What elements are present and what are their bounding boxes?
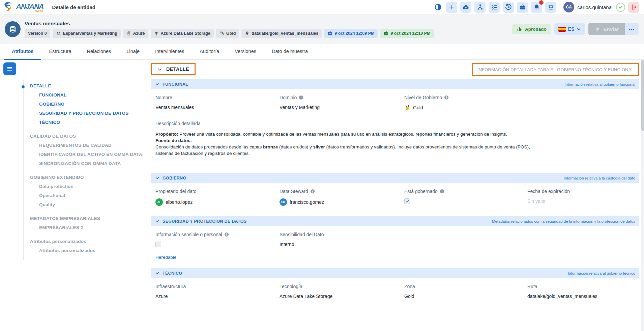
- seguridad-note: Metadatos relacionados con la seguridad …: [492, 219, 635, 223]
- divider: [48, 3, 48, 11]
- heredable-link[interactable]: Heredable: [151, 250, 181, 260]
- checklist-icon: [491, 4, 498, 10]
- sidebar-item-identificador-omma[interactable]: IDENTIFICADOR DEL ACTIVO EN OMMA DATA: [24, 150, 150, 159]
- send-button[interactable]: Enviar: [588, 23, 625, 35]
- upload-button[interactable]: [460, 2, 471, 13]
- sidebar-item-seguridad[interactable]: SEGURIDAD Y PROTECCIÓN DE DATOS: [24, 109, 150, 118]
- sidebar-item-quality[interactable]: Quality: [24, 200, 150, 209]
- funcional-header[interactable]: FUNCIONAL Información relativa al gobier…: [151, 79, 639, 89]
- sidebar-item-funcional[interactable]: FUNCIONAL: [24, 90, 150, 100]
- notification-dot: [539, 0, 544, 5]
- chevron-down-icon: [157, 67, 162, 72]
- info-icon[interactable]: [224, 232, 229, 237]
- anjana-logo-icon: [3, 1, 16, 13]
- add-button[interactable]: [446, 2, 457, 13]
- tecnico-header[interactable]: TÉCNICO Información relativa al gobierno…: [151, 268, 639, 278]
- more-actions-button[interactable]: •••: [625, 23, 639, 35]
- user-menu[interactable]: CA carlos.quintana: [563, 2, 612, 12]
- sidebar-item-sincronizacion-omma[interactable]: SINCRONIZACIÓN CON OMMA DATA: [24, 159, 150, 168]
- tab-dato-de-muestra[interactable]: Dato de muestra: [264, 44, 316, 60]
- notifications-button[interactable]: [531, 2, 542, 13]
- brand-name: ANJANA: [16, 3, 44, 10]
- users-icon: [56, 31, 61, 36]
- tab-atributos[interactable]: Atributos: [4, 44, 41, 60]
- history-button[interactable]: [503, 2, 514, 13]
- history-clock-icon: [505, 4, 512, 11]
- info-icon[interactable]: [440, 189, 444, 194]
- user-avatar: CA: [563, 2, 574, 12]
- workspace-button[interactable]: [517, 2, 528, 13]
- sidebar-item-requerimientos[interactable]: REQUERIMIENTOS DE CALIDAD: [24, 141, 150, 150]
- tab-relaciones[interactable]: Relaciones: [79, 44, 119, 60]
- tab-estructura[interactable]: Estructura: [41, 44, 79, 60]
- chevron-down-icon: [155, 176, 159, 180]
- tab-versiones[interactable]: Versiones: [227, 44, 264, 60]
- sidebar-item-operational[interactable]: Operational: [24, 191, 150, 200]
- page-title: Detalle de entidad: [52, 4, 95, 10]
- field-informacion-sensible: Información sensible o personal: [155, 232, 280, 247]
- modified-date-badge: 9 oct 2024 12:10 PM: [380, 29, 434, 38]
- language-selector[interactable]: ES: [554, 23, 585, 35]
- section-seguridad: SEGURIDAD Y PROTECCIÓN DE DATOS Metadato…: [151, 216, 639, 265]
- scrollbar-thumb[interactable]: [641, 60, 644, 131]
- gobierno-header[interactable]: GOBIERNO Información relativa a la custo…: [151, 173, 639, 183]
- seguridad-header[interactable]: SEGURIDAD Y PROTECCIÓN DE DATOS Metadato…: [151, 216, 639, 226]
- governed-checkbox[interactable]: [404, 198, 410, 204]
- calendar-plus-icon: [327, 31, 332, 36]
- field-data-steward: Data Steward FR francisco.gomez: [280, 189, 404, 206]
- info-icon[interactable]: [310, 189, 315, 194]
- seguridad-title: SEGURIDAD Y PROTECCIÓN DE DATOS: [163, 219, 246, 224]
- sidebar-item-tecnico[interactable]: TÉCNICO: [24, 118, 150, 127]
- tasks-button[interactable]: [489, 2, 500, 13]
- sidebar-item-calidad-de-datos[interactable]: CALIDAD DE DATOS: [24, 132, 150, 141]
- owner-avatar: AL: [155, 198, 163, 206]
- technology-badge: Azure Data Lake Storage: [151, 29, 214, 38]
- logout-button[interactable]: [628, 2, 639, 13]
- info-icon[interactable]: [299, 95, 303, 100]
- infrastructure-badge: Azure: [123, 29, 148, 38]
- anjana-logo[interactable]: ANJANA DATA: [3, 1, 44, 13]
- sidebar-item-metadatos-empresariales[interactable]: METADATOS EMPRESARIALES: [24, 214, 150, 223]
- entity-name: Ventas mensuales: [25, 21, 434, 27]
- topbar: ANJANA DATA Detalle de entidad: [0, 0, 644, 14]
- share-branch-icon: [477, 4, 484, 10]
- sensitive-checkbox[interactable]: [155, 242, 161, 247]
- sidebar-item-detalle[interactable]: DETALLE: [24, 81, 150, 90]
- sidebar-item-gobierno-extendido[interactable]: GOBIERNO EXTENDIDO: [24, 173, 150, 182]
- tab-auditoria[interactable]: Auditoría: [192, 44, 227, 60]
- sidebar-item-data-protection[interactable]: Data protection: [24, 182, 150, 191]
- cart-button[interactable]: [545, 2, 556, 13]
- sidebar-toggle-button[interactable]: [3, 62, 16, 75]
- detalle-collapse-header[interactable]: DETALLE: [151, 63, 196, 75]
- tab-linaje[interactable]: Linaje: [119, 44, 147, 60]
- field-ruta: Ruta datalake/gold_ventas_mensuales: [527, 284, 635, 299]
- sidebar-item-gobierno[interactable]: GOBIERNO: [24, 100, 150, 109]
- chevron-down-icon: [155, 271, 159, 275]
- zone-badge: Gold: [216, 29, 239, 38]
- cloud-upload-icon: [462, 4, 469, 11]
- entity-header: Ventas mensuales Versión 0 España/Ventas…: [0, 14, 644, 44]
- calendar-check-icon: [383, 31, 388, 36]
- sidebar-item-empresariales-2[interactable]: EMPRESARIALES 2: [24, 223, 150, 232]
- tab-intervinientes[interactable]: Intervinientes: [147, 44, 192, 60]
- vertical-scrollbar[interactable]: [641, 60, 644, 331]
- version-badge: Versión 0: [25, 29, 50, 38]
- lineage-button[interactable]: [474, 2, 486, 13]
- spain-flag-icon: [558, 27, 566, 32]
- field-nivel-gobierno: Nivel de Gobierno Gold: [404, 95, 527, 111]
- gobierno-note: Información relativa a la custodia del d…: [564, 176, 635, 180]
- chevron-down-icon: [155, 82, 159, 86]
- info-icon[interactable]: [444, 95, 449, 100]
- entity-badges: Versión 0 España/Ventas y Marketing Azur…: [25, 29, 434, 38]
- entity-tabs: Atributos Estructura Relaciones Linaje I…: [0, 44, 644, 60]
- section-gobierno: GOBIERNO Información relativa a la custo…: [151, 173, 639, 213]
- brand-sub: DATA: [35, 10, 43, 13]
- contrast-toggle-button[interactable]: [433, 2, 443, 12]
- sidebar-item-atributos-personalizados-sub[interactable]: Atributos personalizados: [24, 246, 150, 255]
- detalle-description-note: INFORMACIÓN DETALLADA PARA EL GOBIERNO T…: [472, 63, 639, 76]
- section-funcional: FUNCIONAL Información relativa al gobier…: [151, 79, 639, 170]
- sidebar-item-atributos-personalizados[interactable]: Atributos personalizados: [24, 237, 150, 246]
- thumbs-up-icon: [517, 26, 522, 32]
- hamburger-icon: [6, 65, 13, 72]
- field-zona: Zona Gold: [404, 284, 527, 299]
